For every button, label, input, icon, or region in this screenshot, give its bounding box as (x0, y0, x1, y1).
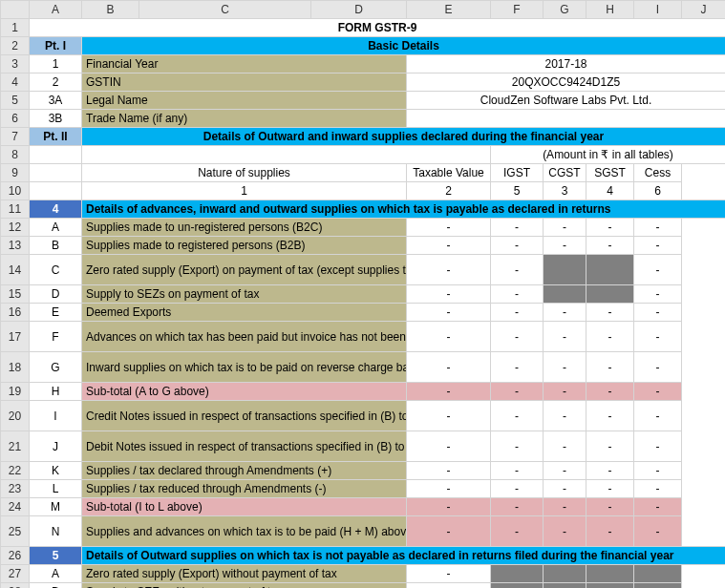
row-desc[interactable]: Supplies made to un-registered persons (… (82, 219, 407, 237)
cell[interactable]: - (491, 383, 544, 401)
cell[interactable]: 1 (82, 182, 407, 200)
cell[interactable]: - (634, 480, 682, 498)
cell[interactable]: - (586, 431, 634, 462)
cell-disabled[interactable] (586, 565, 634, 583)
cell[interactable]: B (30, 237, 82, 255)
col-header[interactable]: I (634, 1, 682, 19)
cell[interactable]: J (30, 431, 82, 462)
cell-disabled[interactable] (586, 285, 634, 304)
col-header[interactable]: D (311, 1, 407, 19)
cell[interactable]: - (544, 383, 586, 401)
row-header[interactable]: 16 (1, 304, 30, 322)
cell[interactable]: - (634, 401, 682, 431)
section-5-num[interactable]: 5 (30, 547, 82, 565)
cell[interactable]: - (544, 401, 586, 431)
cell[interactable]: 4 (586, 182, 634, 200)
label-trade-name[interactable]: Trade Name (if any) (82, 110, 407, 128)
cell[interactable]: - (586, 352, 634, 383)
cell-disabled[interactable] (586, 583, 634, 589)
cell[interactable]: - (407, 352, 491, 383)
cell[interactable]: - (491, 516, 544, 547)
cell[interactable]: L (30, 480, 82, 498)
cell[interactable]: - (407, 285, 491, 304)
cell[interactable]: - (407, 462, 491, 480)
cell[interactable]: - (634, 255, 682, 285)
row-header[interactable]: 2 (1, 37, 30, 55)
section-4-title[interactable]: Details of advances, inward and outward … (82, 200, 726, 219)
cell[interactable]: - (491, 401, 544, 431)
cell[interactable]: - (586, 237, 634, 255)
row-header[interactable]: 28 (1, 583, 30, 589)
cell[interactable]: - (491, 237, 544, 255)
subtotal-row[interactable]: Sub-total (A to G above) (82, 383, 407, 401)
cell[interactable]: - (407, 383, 491, 401)
cell[interactable]: - (407, 583, 491, 589)
col-header[interactable]: B (82, 1, 139, 19)
cell[interactable]: 3A (30, 92, 82, 110)
col-header[interactable]: H (586, 1, 634, 19)
cell[interactable]: 2 (30, 74, 82, 92)
row-header[interactable]: 18 (1, 352, 30, 383)
cell[interactable]: - (634, 237, 682, 255)
hdr-igst[interactable]: IGST (491, 164, 544, 182)
cell[interactable]: - (544, 219, 586, 237)
cell[interactable]: E (30, 304, 82, 322)
cell[interactable]: G (30, 352, 82, 383)
cell-disabled[interactable] (544, 583, 586, 589)
cell[interactable]: - (544, 462, 586, 480)
cell[interactable]: - (586, 219, 634, 237)
basic-details-header[interactable]: Basic Details (82, 37, 726, 55)
cell[interactable]: - (491, 462, 544, 480)
hdr-sgst[interactable]: SGST (586, 164, 634, 182)
cell[interactable]: - (544, 322, 586, 352)
cell[interactable]: 3 (544, 182, 586, 200)
row-header[interactable]: 6 (1, 110, 30, 128)
part-2-header[interactable]: Pt. II (30, 128, 82, 146)
cell[interactable]: A (30, 219, 82, 237)
value-trade-name[interactable] (407, 110, 726, 128)
cell[interactable] (30, 182, 82, 200)
row-header[interactable]: 15 (1, 285, 30, 304)
cell[interactable]: - (491, 322, 544, 352)
cell-disabled[interactable] (491, 583, 544, 589)
row-desc[interactable]: Inward supplies on which tax is to be pa… (82, 352, 407, 383)
hdr-cess[interactable]: Cess (634, 164, 682, 182)
cell[interactable]: - (586, 401, 634, 431)
cell[interactable]: - (634, 516, 682, 547)
row-header[interactable]: 13 (1, 237, 30, 255)
hdr-cgst[interactable]: CGST (544, 164, 586, 182)
row-header[interactable]: 24 (1, 498, 30, 516)
cell[interactable]: K (30, 462, 82, 480)
cell[interactable]: 1 (30, 55, 82, 74)
row-header[interactable]: 4 (1, 74, 30, 92)
cell[interactable]: B (30, 583, 82, 589)
part-2-title[interactable]: Details of Outward and inward supplies d… (82, 128, 726, 146)
label-financial-year[interactable]: Financial Year (82, 55, 407, 74)
row-desc[interactable]: Zero rated supply (Export) on payment of… (82, 255, 407, 285)
cell[interactable]: - (634, 322, 682, 352)
cell[interactable]: - (491, 352, 544, 383)
cell[interactable]: - (407, 322, 491, 352)
hdr-taxable[interactable]: Taxable Value (407, 164, 491, 182)
cell[interactable]: - (407, 565, 491, 583)
row-desc[interactable]: Supplies / tax reduced through Amendment… (82, 480, 407, 498)
cell[interactable]: - (491, 498, 544, 516)
row-desc[interactable]: Supplies and advances on which tax is to… (82, 516, 407, 547)
cell[interactable]: - (407, 304, 491, 322)
cell[interactable]: N (30, 516, 82, 547)
cell[interactable]: - (491, 480, 544, 498)
row-header[interactable]: 12 (1, 219, 30, 237)
cell-disabled[interactable] (544, 255, 586, 285)
cell[interactable]: - (586, 322, 634, 352)
cell[interactable]: - (491, 285, 544, 304)
cell[interactable]: - (586, 516, 634, 547)
cell[interactable]: - (407, 401, 491, 431)
cell-disabled[interactable] (491, 565, 544, 583)
col-header[interactable]: A (30, 1, 82, 19)
section-4-num[interactable]: 4 (30, 200, 82, 219)
row-header[interactable]: 21 (1, 431, 30, 462)
row-desc[interactable]: Advances on which tax has been paid but … (82, 322, 407, 352)
label-legal-name[interactable]: Legal Name (82, 92, 407, 110)
row-header[interactable]: 3 (1, 55, 30, 74)
row-header[interactable]: 20 (1, 401, 30, 431)
